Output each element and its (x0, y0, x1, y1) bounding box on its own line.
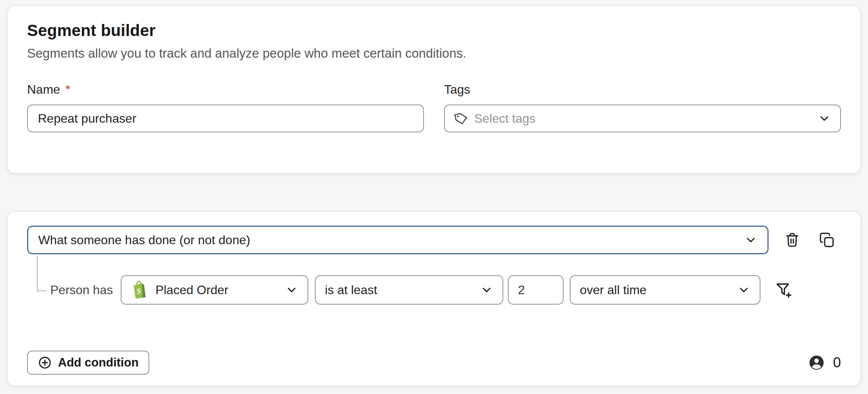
person-has-label: Person has (50, 283, 113, 297)
name-label: Name * (27, 82, 424, 97)
condition-card-footer: Add condition 0 (27, 351, 841, 375)
condition-rule-row: Person has S Placed Order is at least ov… (50, 275, 841, 305)
chevron-down-icon (818, 112, 831, 125)
tags-label: Tags (444, 82, 841, 97)
delete-condition-button[interactable] (784, 231, 801, 248)
condition-type-select[interactable]: What someone has done (or not done) (27, 226, 769, 254)
event-select[interactable]: S Placed Order (121, 275, 308, 305)
chevron-down-icon (744, 233, 757, 247)
required-asterisk: * (65, 82, 70, 97)
chevron-down-icon (737, 283, 750, 296)
name-input[interactable] (27, 104, 424, 132)
timeframe-select[interactable]: over all time (570, 275, 760, 305)
trash-icon (784, 231, 801, 248)
plus-circle-icon (38, 356, 52, 370)
add-filter-button[interactable] (774, 281, 792, 299)
condition-type-row: What someone has done (or not done) (27, 226, 841, 254)
page-subtitle: Segments allow you to track and analyze … (27, 46, 841, 61)
condition-card: What someone has done (or not done) Pers… (7, 211, 861, 386)
segment-builder-card: Segment builder Segments allow you to tr… (7, 5, 861, 174)
tags-placeholder: Select tags (474, 111, 818, 126)
tags-select[interactable]: Select tags (444, 104, 841, 132)
name-field-group: Name * (27, 82, 424, 132)
chevron-down-icon (285, 283, 298, 296)
shopify-icon: S (131, 280, 149, 300)
condition-type-label: What someone has done (or not done) (38, 233, 744, 247)
operator-select[interactable]: is at least (315, 275, 503, 305)
tag-icon (454, 111, 468, 125)
fields-row: Name * Tags Select tags (27, 82, 841, 132)
filter-plus-icon (774, 281, 792, 299)
page-title: Segment builder (27, 21, 841, 40)
chevron-down-icon (480, 283, 493, 296)
copy-icon (819, 232, 835, 248)
timeframe-label: over all time (580, 283, 737, 297)
add-condition-label: Add condition (58, 356, 138, 370)
member-count-value: 0 (833, 355, 841, 371)
operator-label: is at least (325, 283, 480, 297)
event-label: Placed Order (155, 283, 285, 297)
tags-field-group: Tags Select tags (444, 82, 841, 132)
quantity-input[interactable] (508, 275, 564, 305)
add-condition-button[interactable]: Add condition (27, 351, 149, 375)
duplicate-condition-button[interactable] (819, 232, 835, 248)
connector-line (37, 255, 47, 291)
person-circle-icon (808, 354, 825, 371)
member-count: 0 (808, 354, 841, 371)
